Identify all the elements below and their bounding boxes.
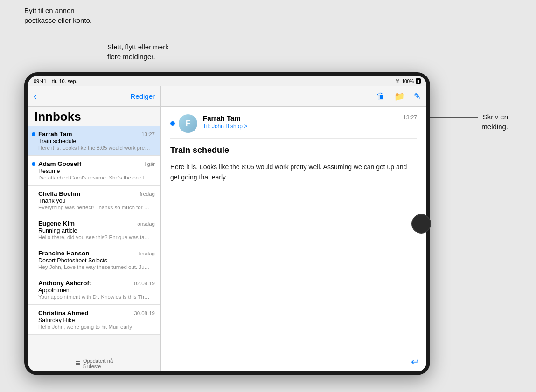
email-time: 30.08.19 xyxy=(134,310,155,316)
email-subject: Appointment xyxy=(38,287,155,294)
wifi-icon: ⌘ xyxy=(395,79,400,84)
email-sender: Chella Boehm xyxy=(38,190,80,197)
trash-icon[interactable]: 🗑 xyxy=(376,91,385,101)
email-list-item[interactable]: Adam Gooseff i går Resume I've attached … xyxy=(28,156,160,186)
email-sender: Adam Gooseff xyxy=(38,160,81,167)
email-sender: Christina Ahmed xyxy=(38,309,89,316)
ipad-device: 09:41 tir. 10. sep. ⌘ 100% ▮ ‹ Rediger I… xyxy=(24,72,430,375)
email-time: 02.09.19 xyxy=(134,281,155,286)
email-subject: Saturday Hike xyxy=(38,317,155,323)
annotation-line-3 xyxy=(422,117,478,118)
email-sender: Eugene Kim xyxy=(38,220,75,227)
status-bar: 09:41 tir. 10. sep. ⌘ 100% ▮ xyxy=(28,76,426,86)
email-list-item[interactable]: Eugene Kim onsdag Running article Hello … xyxy=(28,215,160,245)
email-list-panel: ‹ Rediger Innboks Farrah Tam 13:27 Train… xyxy=(28,86,161,371)
email-preview: Here it is. Looks like the 8:05 would wo… xyxy=(38,145,150,151)
detail-body: Here it is. Looks like the 8:05 would wo… xyxy=(170,162,417,183)
unread-dot xyxy=(170,121,175,126)
status-time: 09:41 xyxy=(34,78,47,84)
email-subject: Desert Photoshoot Selects xyxy=(38,257,155,264)
detail-header: F Farrah Tam Til: John Bishop > 13:27 xyxy=(170,114,417,139)
email-subject: Running article xyxy=(38,227,155,234)
list-bottom-bar: ☰ Oppdatert nå 5 uleste xyxy=(28,355,160,371)
detail-content: F Farrah Tam Til: John Bishop > 13:27 Tr… xyxy=(161,107,426,351)
email-sender: Anthony Ashcroft xyxy=(38,280,91,287)
email-subject: Train schedule xyxy=(38,138,155,144)
battery-level: 100% xyxy=(402,79,414,84)
status-date: tir. 10. sep. xyxy=(52,78,77,84)
annotation-compose: Skriv en melding. xyxy=(481,112,508,131)
email-preview: I've attached Carol's resume. She's the … xyxy=(38,175,150,180)
avatar: F xyxy=(179,114,197,133)
detail-to[interactable]: Til: John Bishop > xyxy=(203,123,403,130)
email-list-item[interactable]: Francine Hanson tirsdag Desert Photoshoo… xyxy=(28,245,160,275)
email-sender: Farrah Tam xyxy=(38,131,72,138)
detail-sender-name: Farrah Tam xyxy=(203,114,403,122)
email-list-item[interactable]: Chella Boehm fredag Thank you Everything… xyxy=(28,186,160,215)
email-time: onsdag xyxy=(137,221,155,227)
annotation-edit-actions: Slett, flytt eller merk flere meldinger. xyxy=(107,42,169,62)
detail-subject: Train schedule xyxy=(170,145,417,155)
detail-footer: ↩ xyxy=(161,351,426,371)
email-time: i går xyxy=(145,161,155,167)
annotation-switch-mailbox: Bytt til en annen postkasse eller konto. xyxy=(24,6,92,25)
edit-button[interactable]: Rediger xyxy=(130,92,155,100)
email-preview: Hello there, did you see this? Enrique w… xyxy=(38,234,150,240)
reply-icon[interactable]: ↩ xyxy=(411,356,419,367)
compose-icon[interactable]: ✎ xyxy=(414,91,421,102)
email-preview: Your appointment with Dr. Knowles is thi… xyxy=(38,294,150,300)
email-time: tirsdag xyxy=(139,251,155,256)
back-button[interactable]: ‹ xyxy=(34,91,37,102)
email-detail-panel: 🗑 📁 ✎ F Farrah Tam Til: John Bishop > 13… xyxy=(161,86,426,371)
email-time: 13:27 xyxy=(141,131,155,137)
battery-icon: ▮ xyxy=(416,78,421,84)
list-toolbar: ‹ Rediger xyxy=(28,86,160,107)
email-list-item[interactable]: Farrah Tam 13:27 Train schedule Here it … xyxy=(28,126,160,156)
email-items-list: Farrah Tam 13:27 Train schedule Here it … xyxy=(28,126,160,355)
ipad-screen: 09:41 tir. 10. sep. ⌘ 100% ▮ ‹ Rediger I… xyxy=(28,76,426,371)
email-preview: Hey John, Love the way these turned out.… xyxy=(38,264,150,270)
folder-icon[interactable]: 📁 xyxy=(394,91,404,102)
email-list-item[interactable]: Christina Ahmed 30.08.19 Saturday Hike H… xyxy=(28,305,160,335)
detail-sender-info: Farrah Tam Til: John Bishop > xyxy=(203,114,403,130)
detail-time: 13:27 xyxy=(403,114,417,121)
mail-container: ‹ Rediger Innboks Farrah Tam 13:27 Train… xyxy=(28,86,426,371)
email-preview: Everything was perfect! Thanks so much f… xyxy=(38,205,150,210)
updated-text: Oppdatert nå 5 uleste xyxy=(83,358,113,369)
email-subject: Resume xyxy=(38,168,155,174)
email-subject: Thank you xyxy=(38,198,155,204)
email-time: fredag xyxy=(139,191,155,197)
email-sender: Francine Hanson xyxy=(38,250,90,257)
status-time-date: 09:41 tir. 10. sep. xyxy=(34,78,395,84)
detail-toolbar: 🗑 📁 ✎ xyxy=(161,86,426,107)
inbox-title: Innboks xyxy=(28,107,160,126)
status-indicators: ⌘ 100% ▮ xyxy=(395,78,421,84)
email-list-item[interactable]: Anthony Ashcroft 02.09.19 Appointment Yo… xyxy=(28,275,160,305)
filter-icon: ☰ xyxy=(76,360,80,366)
home-button[interactable] xyxy=(411,214,431,234)
email-preview: Hello John, we're going to hit Muir earl… xyxy=(38,324,150,330)
